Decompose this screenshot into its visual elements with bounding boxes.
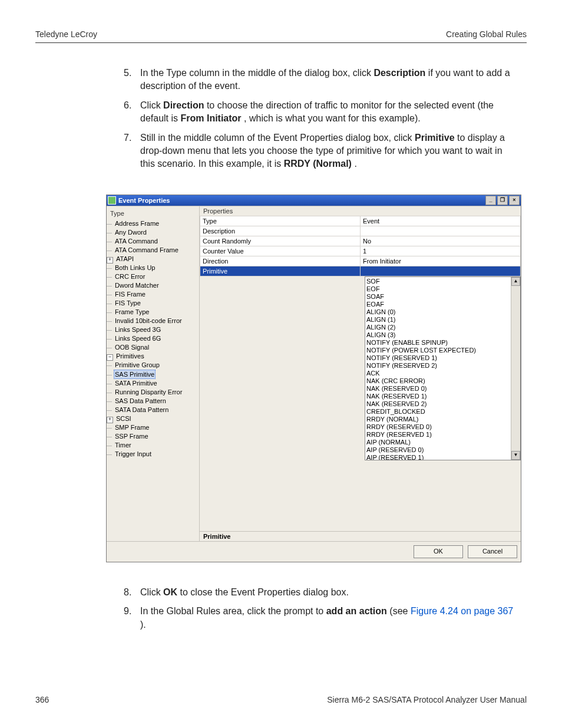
manual-title: Sierra M6-2 SAS/SATA Protocol Analyzer U… — [327, 695, 527, 704]
tree-node[interactable]: CRC Error — [107, 272, 199, 281]
maximize-button[interactable]: ❐ — [497, 196, 508, 205]
tree-node-label: Dword Matcher — [114, 281, 160, 289]
scroll-down-icon[interactable]: ▼ — [511, 451, 520, 460]
tree-node-label: Frame Type — [114, 308, 151, 316]
tree-node[interactable]: Frame Type — [107, 308, 199, 317]
primitive-option[interactable]: NOTIFY (RESERVED 2) — [366, 362, 519, 370]
step5-bold: Description — [373, 68, 425, 78]
property-value[interactable]: No — [361, 236, 521, 246]
primitive-option[interactable]: ALIGN (2) — [366, 324, 519, 331]
primitive-option[interactable]: AIP (RESERVED 0) — [366, 446, 519, 454]
primitive-option[interactable]: NAK (RESERVED 2) — [366, 400, 519, 408]
step6-b2: From Initiator — [180, 113, 241, 123]
properties-heading: Properties — [200, 206, 521, 216]
tree-node[interactable]: +ATAPI — [107, 255, 199, 263]
primitive-option[interactable]: SOF — [366, 278, 519, 285]
step9-post: ). — [140, 620, 146, 630]
primitive-option[interactable]: RRDY (RESERVED 1) — [366, 431, 519, 439]
tree-node[interactable]: Primitive Group — [107, 361, 199, 370]
tree-node[interactable]: SATA Data Pattern — [107, 406, 199, 414]
scrollbar[interactable]: ▲ ▼ — [511, 277, 520, 460]
tree-node[interactable]: Any Dword — [107, 228, 199, 237]
property-value[interactable]: From Initiator — [361, 256, 521, 266]
tree-node[interactable]: SMP Frame — [107, 423, 199, 432]
tree-node[interactable]: Links Speed 3G — [107, 325, 199, 334]
tree-node[interactable]: Both Links Up — [107, 263, 199, 272]
property-key: Description — [200, 226, 361, 236]
tree-node[interactable]: SSP Frame — [107, 432, 199, 441]
property-row[interactable]: Count RandomlyNo — [200, 236, 521, 246]
tree-node-label: SAS Data Pattern — [114, 397, 167, 405]
tree-node[interactable]: ATA Command — [107, 237, 199, 246]
property-value[interactable] — [361, 226, 521, 236]
property-row[interactable]: Description — [200, 226, 521, 236]
primitive-option[interactable]: ALIGN (1) — [366, 316, 519, 324]
primitive-option[interactable]: RRDY (NORMAL) — [366, 416, 519, 423]
primitive-option[interactable]: NOTIFY (RESERVED 1) — [366, 354, 519, 362]
tree-node[interactable]: Timer — [107, 441, 199, 450]
tree-node[interactable]: OOB Signal — [107, 343, 199, 352]
primitive-option[interactable]: AIP (RESERVED 1) — [366, 454, 519, 460]
property-value[interactable]: 1 — [361, 246, 521, 256]
ok-button[interactable]: OK — [414, 545, 463, 558]
property-value[interactable]: Event — [361, 216, 521, 226]
primitive-option[interactable]: RRDY (RESERVED 0) — [366, 423, 519, 431]
primitive-option[interactable]: SOAF — [366, 293, 519, 301]
tree-node[interactable]: Trigger Input — [107, 450, 199, 459]
step9-mid: (see — [389, 606, 411, 616]
tree-node-label: Links Speed 3G — [114, 325, 162, 334]
primitive-option[interactable]: ALIGN (3) — [366, 331, 519, 339]
titlebar[interactable]: Event Properties _ ❐ × — [107, 195, 521, 206]
tree-node[interactable]: +SCSI — [107, 414, 199, 423]
step7-b1: Primitive — [415, 133, 455, 143]
property-row[interactable]: Counter Value1 — [200, 246, 521, 256]
primitive-option[interactable]: ALIGN (0) — [366, 308, 519, 316]
tree-expander-icon[interactable]: + — [107, 417, 113, 423]
type-panel: Type Address FrameAny DwordATA CommandAT… — [107, 206, 200, 541]
properties-table[interactable]: TypeEventDescriptionCount RandomlyNoCoun… — [200, 216, 521, 276]
tree-node[interactable]: SAS Primitive — [107, 370, 199, 379]
primitive-option[interactable]: NAK (RESERVED 0) — [366, 385, 519, 393]
tree-expander-icon[interactable]: + — [107, 257, 113, 263]
scroll-up-icon[interactable]: ▲ — [511, 277, 520, 286]
tree-node-label: Running Disparity Error — [114, 388, 183, 396]
step8-bold: OK — [163, 587, 177, 597]
type-tree[interactable]: Address FrameAny DwordATA CommandATA Com… — [107, 219, 199, 459]
primitive-dropdown[interactable]: ▲ ▼ SOFEOFSOAFEOAFALIGN (0)ALIGN (1)ALIG… — [365, 276, 521, 460]
tree-node-label: Address Frame — [114, 219, 160, 228]
tree-node[interactable]: SATA Primitive — [107, 379, 199, 388]
event-properties-dialog: Event Properties _ ❐ × Type Address Fram… — [106, 195, 521, 562]
property-row[interactable]: DirectionFrom Initiator — [200, 256, 521, 266]
tree-node[interactable]: Dword Matcher — [107, 281, 199, 290]
property-row[interactable]: Primitive — [200, 266, 521, 276]
property-value[interactable] — [361, 266, 521, 276]
primitive-option[interactable]: CREDIT_BLOCKED — [366, 408, 519, 416]
primitive-option[interactable]: EOAF — [366, 301, 519, 308]
tree-expander-icon[interactable]: − — [107, 354, 113, 361]
cancel-button[interactable]: Cancel — [468, 545, 517, 558]
tree-node[interactable]: Running Disparity Error — [107, 388, 199, 397]
tree-node[interactable]: SAS Data Pattern — [107, 397, 199, 406]
primitive-option[interactable]: AIP (NORMAL) — [366, 439, 519, 446]
tree-node[interactable]: Invalid 10bit-code Error — [107, 317, 199, 325]
tree-node[interactable]: ATA Command Frame — [107, 246, 199, 255]
tree-node[interactable]: Address Frame — [107, 219, 199, 228]
primitive-option[interactable]: NAK (RESERVED 1) — [366, 393, 519, 400]
property-key: Type — [200, 216, 361, 226]
tree-node[interactable]: FIS Type — [107, 299, 199, 308]
status-label: Primitive — [200, 531, 521, 541]
primitive-option[interactable]: EOF — [366, 285, 519, 293]
tree-node[interactable]: FIS Frame — [107, 290, 199, 299]
primitive-option[interactable]: ACK — [366, 370, 519, 377]
primitive-option[interactable]: NOTIFY (ENABLE SPINUP) — [366, 339, 519, 347]
primitive-option[interactable]: NOTIFY (POWER LOST EXPECTED) — [366, 347, 519, 354]
step9-pre: In the Global Rules area, click the prom… — [140, 606, 326, 616]
tree-node[interactable]: Links Speed 6G — [107, 334, 199, 343]
primitive-option[interactable]: NAK (CRC ERROR) — [366, 377, 519, 385]
tree-node[interactable]: −Primitives — [107, 352, 199, 361]
minimize-button[interactable]: _ — [485, 196, 496, 205]
property-row[interactable]: TypeEvent — [200, 216, 521, 226]
step9-figref[interactable]: Figure 4.24 on page 367 — [411, 606, 513, 616]
close-button[interactable]: × — [509, 196, 520, 205]
property-key: Primitive — [200, 266, 361, 276]
